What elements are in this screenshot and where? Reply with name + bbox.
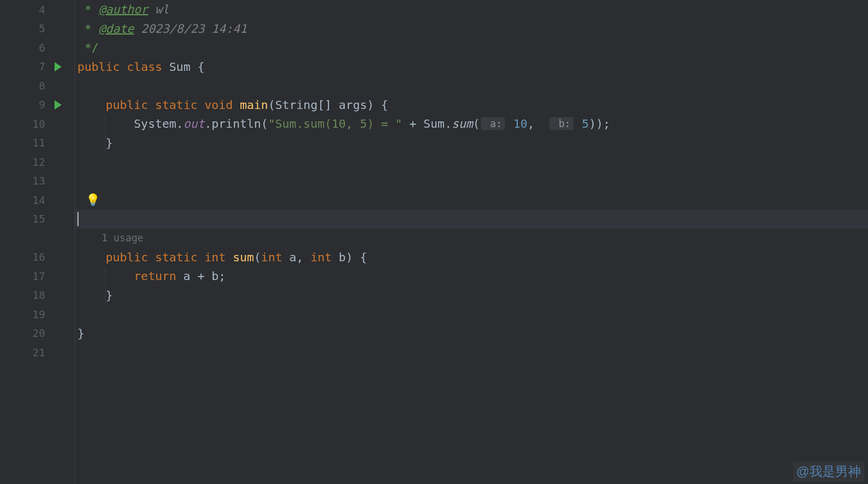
line-number[interactable]: 19 xyxy=(5,305,74,324)
line-number[interactable]: 13 xyxy=(5,172,74,191)
code-editor: 4 5 6 7 8 9 10 11 12 13 14 15 16 17 18 1… xyxy=(0,0,868,484)
param-hint: a: xyxy=(481,117,505,130)
line-number[interactable]: 7 xyxy=(5,57,74,77)
line-number[interactable]: 14 xyxy=(5,190,74,210)
line-number[interactable]: 15 xyxy=(5,210,74,229)
line-number[interactable]: 21 xyxy=(5,343,74,362)
run-icon[interactable] xyxy=(55,62,62,71)
line-number[interactable]: 17 xyxy=(5,267,74,286)
code-line[interactable] xyxy=(75,305,868,324)
line-number[interactable]: 12 xyxy=(5,152,74,172)
code-line[interactable]: } xyxy=(75,324,868,343)
code-line-current[interactable] xyxy=(75,210,868,229)
gutter: 4 5 6 7 8 9 10 11 12 13 14 15 16 17 18 1… xyxy=(5,0,75,484)
code-line[interactable]: * @date 2023/8/23 14:41 xyxy=(75,19,868,39)
caret xyxy=(77,212,79,226)
code-line[interactable]: public static void main(String[] args) { xyxy=(75,96,868,115)
line-number[interactable]: 8 xyxy=(5,76,74,96)
line-number[interactable]: 20 xyxy=(5,324,74,343)
line-number[interactable]: 5 xyxy=(5,19,74,39)
code-area[interactable]: * @author wl * @date 2023/8/23 14:41 */ … xyxy=(75,0,868,484)
code-line[interactable]: * @author wl xyxy=(75,0,868,19)
code-line[interactable] xyxy=(75,172,868,191)
line-number[interactable]: 10 xyxy=(5,114,74,134)
code-line[interactable] xyxy=(75,76,868,96)
usage-hint[interactable]: 1 usage xyxy=(75,229,868,248)
line-number[interactable]: 18 xyxy=(5,286,74,305)
line-number[interactable]: 4 xyxy=(5,0,74,19)
run-icon[interactable] xyxy=(55,100,62,110)
code-line[interactable]: */ xyxy=(75,38,868,57)
left-strip xyxy=(0,0,5,484)
code-line[interactable]: 💡 xyxy=(75,190,868,210)
line-number xyxy=(5,229,74,248)
code-line[interactable] xyxy=(75,152,868,172)
code-line[interactable]: public static int sum(int a, int b) { xyxy=(75,248,868,267)
code-line[interactable] xyxy=(75,343,868,362)
line-number[interactable]: 11 xyxy=(5,134,74,153)
code-line[interactable]: return a + b; xyxy=(75,267,868,286)
code-line[interactable]: } xyxy=(75,134,868,153)
param-hint: b: xyxy=(550,117,574,130)
watermark: @我是男神 xyxy=(793,462,864,482)
code-line[interactable]: public class Sum { xyxy=(75,57,868,77)
line-number[interactable]: 16 xyxy=(5,248,74,267)
code-line[interactable]: System.out.println("Sum.sum(10, 5) = " +… xyxy=(75,114,868,134)
bulb-icon[interactable]: 💡 xyxy=(86,193,100,207)
code-line[interactable]: } xyxy=(75,286,868,305)
line-number[interactable]: 9 xyxy=(5,96,74,115)
line-number[interactable]: 6 xyxy=(5,38,74,57)
